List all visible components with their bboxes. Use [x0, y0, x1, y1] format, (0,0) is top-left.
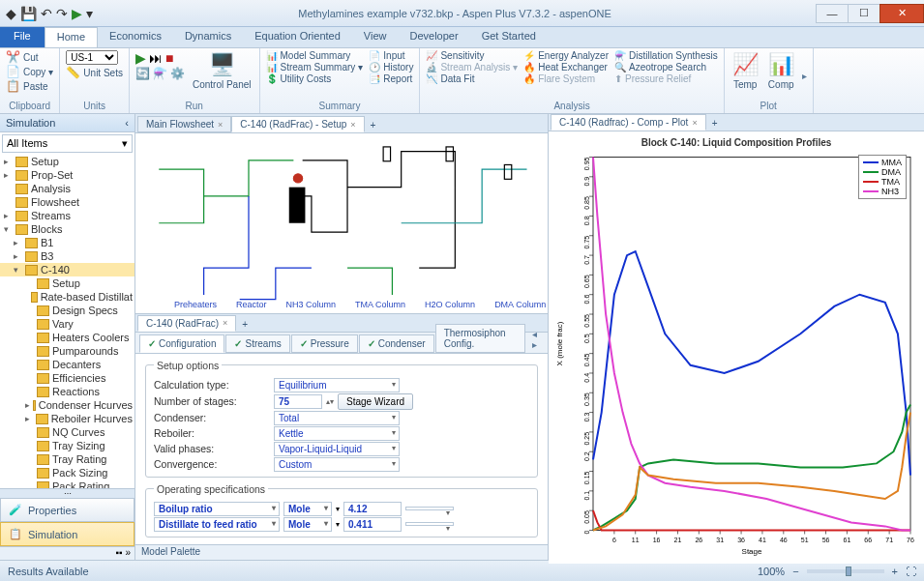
spec-value[interactable]: 0.411 — [343, 517, 402, 532]
add-tab[interactable]: + — [236, 317, 253, 332]
setup-dropdown[interactable]: Total — [274, 411, 400, 425]
report-button[interactable]: 📑 Report — [369, 73, 413, 84]
tree-item[interactable]: ▸Prop-Set — [0, 168, 134, 182]
tree-item[interactable]: Rate-based Distillat — [0, 290, 134, 304]
qat-more-icon[interactable]: ▾ — [86, 6, 93, 21]
spec-units[interactable] — [405, 522, 454, 526]
spec-basis[interactable]: Mole — [283, 502, 332, 516]
nav-overflow[interactable]: ▪▪ » — [0, 546, 134, 560]
setup-dropdown[interactable]: Custom — [274, 457, 400, 472]
redo-icon[interactable]: ↷ — [56, 6, 68, 21]
tree-item[interactable]: ▸B1 — [0, 236, 134, 249]
tree-item[interactable]: Tray Sizing — [0, 439, 134, 452]
close-icon[interactable]: × — [692, 118, 697, 128]
zoom-slider[interactable] — [807, 569, 884, 573]
stop-icon[interactable]: ■ — [165, 50, 173, 66]
fullscreen-icon[interactable]: ⛶ — [906, 566, 916, 577]
tab-main-flowsheet[interactable]: Main Flowsheet× — [137, 116, 231, 132]
pressure-relief[interactable]: ⬆ Pressure Relief — [614, 73, 718, 84]
spec-value[interactable]: 4.12 — [343, 502, 402, 516]
plot-comp[interactable]: 📊Comp — [766, 50, 796, 92]
tab-view[interactable]: View — [352, 27, 399, 47]
tree-item[interactable]: NQ Curves — [0, 425, 134, 439]
reconcile-icon[interactable]: ⚗️ — [153, 67, 167, 80]
model-palette[interactable]: Model Palette — [135, 544, 548, 560]
inner-tab[interactable]: ✓Configuration — [139, 334, 224, 353]
tab-developer[interactable]: Developer — [399, 27, 470, 47]
zoom-out-icon[interactable]: − — [792, 566, 798, 577]
collapse-icon[interactable]: ‹ — [125, 117, 129, 129]
close-button[interactable]: ✕ — [879, 4, 924, 23]
tree-item[interactable]: Efficiencies — [0, 371, 134, 385]
units-select[interactable]: US-1 — [66, 50, 118, 65]
save-icon[interactable]: 💾 — [20, 6, 37, 21]
tree-item[interactable]: Design Specs — [0, 304, 134, 317]
nav-simulation[interactable]: 📋Simulation — [0, 522, 134, 546]
tree-item[interactable]: ▸B3 — [0, 249, 134, 263]
close-icon[interactable]: × — [350, 120, 355, 130]
tree-item[interactable]: Pumparounds — [0, 344, 134, 358]
tree-item[interactable]: Heaters Coolers — [0, 331, 134, 344]
tree-item[interactable]: Analysis — [0, 182, 134, 195]
tree-item[interactable]: ▸Streams — [0, 209, 134, 222]
spec-units[interactable] — [405, 507, 454, 510]
tab-dynamics[interactable]: Dynamics — [173, 27, 243, 47]
utility-costs[interactable]: 💲 Utility Costs — [266, 73, 364, 84]
stages-input[interactable]: 75 — [274, 394, 322, 409]
plot-temp[interactable]: 📈Temp — [730, 50, 760, 92]
tree-item[interactable]: ▾Blocks — [0, 222, 134, 236]
flowsheet-view[interactable]: PreheatersReactorNH3 ColumnTMA ColumnH2O… — [135, 133, 548, 313]
flare-system[interactable]: 🔥 Flare System — [523, 73, 609, 84]
settings-icon[interactable]: ⚙️ — [170, 67, 185, 80]
tab-c140-setup[interactable]: C-140 (RadFrac) - Setup× — [231, 116, 364, 132]
tree-item[interactable]: ▸Setup — [0, 155, 134, 168]
tree-item[interactable]: Setup — [0, 276, 134, 290]
tree-item[interactable]: Pack Sizing — [0, 466, 134, 479]
paste-button[interactable]: 📋Paste — [6, 79, 53, 93]
add-tab[interactable]: + — [706, 116, 724, 131]
stream-analysis[interactable]: 🔬 Stream Analysis▾ — [426, 62, 518, 73]
nav-properties[interactable]: 🧪Properties — [0, 498, 134, 522]
tree-resize[interactable]: ⋯ — [0, 488, 134, 498]
filter-dropdown[interactable]: All Items ▾ — [2, 134, 133, 153]
spec-type[interactable]: Distillate to feed ratio — [154, 517, 280, 532]
undo-icon[interactable]: ↶ — [41, 6, 52, 21]
close-icon[interactable]: × — [218, 120, 223, 130]
control-panel-button[interactable]: 🖥️Control Panel — [191, 50, 253, 92]
copy-button[interactable]: 📄Copy▾ — [6, 65, 53, 78]
nav-tree[interactable]: ▸Setup▸Prop-SetAnalysisFlowsheet▸Streams… — [0, 155, 134, 488]
heat-exchanger[interactable]: 🔥 Heat Exchanger — [523, 62, 609, 73]
step-icon[interactable]: ⏭ — [149, 50, 163, 66]
stage-wizard-button[interactable]: Stage Wizard — [338, 393, 413, 410]
minimize-button[interactable]: — — [816, 4, 849, 23]
tree-item[interactable]: Flowsheet — [0, 195, 134, 209]
play-icon[interactable]: ▶ — [135, 50, 146, 66]
sensitivity[interactable]: 📈 Sensitivity — [426, 50, 518, 61]
input-button[interactable]: 📄 Input — [369, 50, 413, 61]
setup-dropdown[interactable]: Equilibrium — [274, 378, 400, 392]
unitsets-button[interactable]: 📏Unit Sets — [66, 66, 123, 79]
inner-tab[interactable]: ✓Streams — [225, 334, 289, 353]
close-icon[interactable]: × — [223, 318, 227, 328]
tree-item[interactable]: Tray Rating — [0, 452, 134, 466]
plot-more-icon[interactable]: ▸ — [802, 71, 807, 81]
data-fit[interactable]: 📉 Data Fit — [426, 73, 518, 84]
tab-home[interactable]: Home — [45, 27, 98, 47]
history-button[interactable]: 🕑 History — [369, 62, 413, 73]
maximize-button[interactable]: ☐ — [848, 4, 880, 23]
tree-item[interactable]: Decanters — [0, 358, 134, 371]
distillation-synth[interactable]: ⚗️ Distillation Synthesis — [614, 50, 718, 61]
spec-basis[interactable]: Mole — [283, 517, 332, 532]
setup-dropdown[interactable]: Vapor-Liquid-Liquid — [274, 442, 400, 456]
reset-icon[interactable]: 🔄 — [135, 67, 150, 80]
inner-tab[interactable]: Thermosiphon Config. — [435, 324, 526, 353]
inner-tab[interactable]: ✓Condenser — [359, 334, 434, 353]
add-tab[interactable]: + — [365, 118, 382, 132]
setup-dropdown[interactable]: Kettle — [274, 426, 400, 441]
chart-canvas[interactable]: 00.050.10.150.20.250.30.350.40.450.50.55… — [552, 150, 920, 559]
azeotrope-search[interactable]: 🔍 Azeotrope Search — [614, 62, 718, 73]
stream-summary[interactable]: 📊 Stream Summary▾ — [266, 62, 364, 73]
tab-economics[interactable]: Economics — [98, 27, 173, 47]
zoom-in-icon[interactable]: + — [892, 566, 898, 577]
tab-getstarted[interactable]: Get Started — [470, 27, 548, 47]
